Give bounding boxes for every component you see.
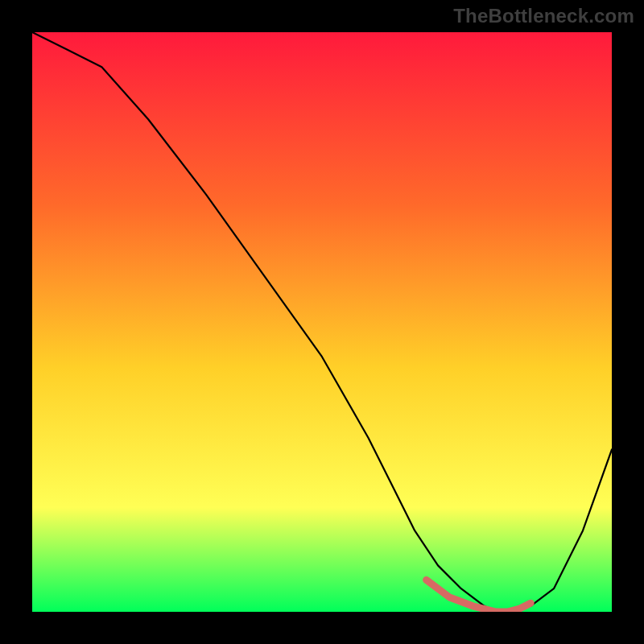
watermark-text: TheBottleneck.com — [453, 5, 634, 27]
plot-area — [32, 32, 612, 612]
chart-frame: TheBottleneck.com — [0, 0, 644, 644]
gradient-background — [32, 32, 612, 612]
chart-svg — [32, 32, 612, 612]
